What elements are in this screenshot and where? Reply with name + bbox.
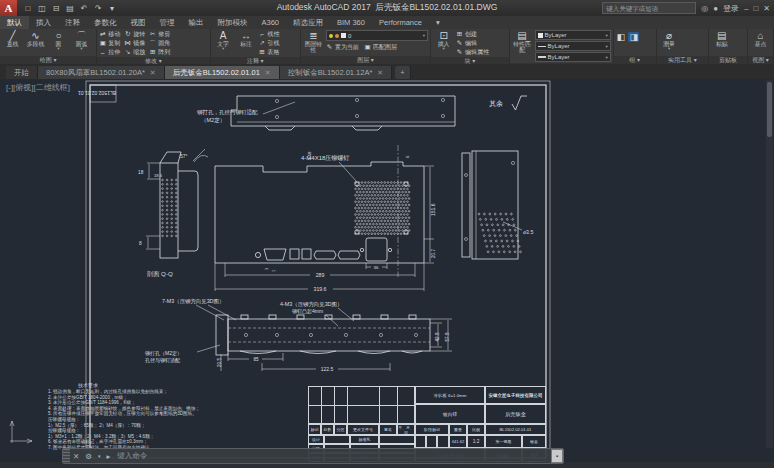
layer-properties-tool[interactable]: ≣ 图层特性 (303, 30, 324, 53)
table-tool[interactable]: ⊞表格 (259, 48, 280, 56)
ribbon-tab-performance[interactable]: Performance (372, 16, 429, 29)
ribbon-tab-view[interactable]: 视图 (124, 16, 153, 29)
measure-tool[interactable]: ⌀ 测量 ▾ (659, 30, 680, 51)
save-icon[interactable]: ⊟ (51, 4, 61, 13)
object-color-select[interactable]: ByLayer▾ (535, 30, 611, 40)
rotate-tool[interactable]: ↻旋转 (124, 30, 145, 38)
command-caret-icon[interactable]: ▾ (98, 453, 101, 459)
move-tool[interactable]: ⇄移动 (99, 30, 120, 38)
edit-icon: ✎ (456, 39, 463, 47)
panel-label-view[interactable]: 视图 ▾ (748, 56, 773, 64)
copy-tool[interactable]: ▣复制 (99, 39, 120, 47)
scrollbar-thumb[interactable] (767, 82, 772, 137)
close-button[interactable]: ✕ (763, 4, 770, 13)
vertical-scrollbar[interactable] (766, 80, 773, 448)
undo-icon[interactable]: ↶ (79, 4, 89, 13)
open-file-icon[interactable]: ◫ (37, 4, 47, 13)
ribbon-tab-row: 默认 插入 注释 参数化 视图 管理 输出 附加模块 A360 精选应用 BIM… (0, 16, 774, 29)
command-prompt[interactable]: 键入命令 (117, 451, 147, 461)
match-properties-icon: ▤ (517, 30, 526, 41)
scale-tool[interactable]: ↘缩放 (124, 48, 145, 56)
new-file-icon[interactable]: □ (23, 4, 33, 13)
search-icon[interactable]: ◎ (701, 4, 708, 13)
rivet-hole-note2: （M2定） (201, 117, 225, 124)
ribbon-tab-parametric[interactable]: 参数化 (87, 16, 124, 29)
stretch-tool[interactable]: ⇔拉伸 (99, 48, 120, 56)
file-tab-rear-shell[interactable]: 后壳钣金BL1502.02.01.01✕ (165, 66, 280, 79)
match-layer-tool[interactable]: ▣匹配图层 (364, 43, 397, 51)
sign-in-button[interactable]: 登录 (723, 3, 739, 14)
panel-block: ⊡ 插入 ▾ ⊞创建 ✎编辑 ✎编辑属性 块 ▾ (431, 29, 509, 64)
mirror-tool[interactable]: ⋈镜像 (124, 39, 145, 47)
leader-tool[interactable]: ↗引线 (259, 39, 280, 47)
ribbon-tab-home[interactable]: 默认 (0, 16, 29, 29)
circle-tool[interactable]: ○ 圆 ▾ (48, 30, 69, 51)
autocad-logo-icon[interactable]: A (0, 0, 17, 16)
panel-label-groups[interactable]: 组 ▾ (614, 56, 656, 64)
layer-select[interactable]: 0 ▾ (326, 30, 428, 41)
create-block-tool[interactable]: ⊞创建 (456, 30, 489, 38)
group-icon[interactable]: ◧ (617, 32, 626, 42)
linetype-select[interactable]: ByLayer▾ (535, 41, 611, 51)
viewport-controls[interactable]: [-][俯视][二维线框] (6, 82, 70, 93)
fillet-icon: ⌒ (149, 39, 156, 48)
match-properties-tool[interactable]: ▤ 特性匹配 (512, 30, 533, 53)
drawing-canvas[interactable]: [-][俯视][二维线框] BL1502.02.01.01 其余 (0, 79, 774, 468)
ribbon-tab-output[interactable]: 输出 (182, 16, 211, 29)
trim-tool[interactable]: ✂修剪 (149, 30, 170, 38)
ribbon-tab-annotate[interactable]: 注释 (58, 16, 87, 29)
weight-label: 重量 (449, 424, 467, 435)
command-endcap[interactable]: ▪ (551, 449, 563, 463)
user-icon[interactable]: ● (713, 4, 718, 13)
text-tool[interactable]: A 文字 ▾ (213, 30, 234, 51)
polyline-tool[interactable]: ∿ 多段线 (25, 30, 46, 47)
maximize-button[interactable]: □ (753, 4, 758, 13)
dim-label: 319.6 (314, 286, 327, 292)
panel-label-layers[interactable]: 图层 ▾ (301, 56, 430, 64)
sheet-number-label: BL1502.02.01.01 (78, 90, 116, 96)
arc-tool[interactable]: ⌒ 圆弧 ▾ (71, 30, 92, 51)
paste-tool[interactable]: ▤ 粘贴 (711, 30, 732, 47)
line-tool[interactable]: ╱ 直线 (2, 30, 23, 47)
close-tab-icon[interactable]: ✕ (150, 66, 156, 79)
close-tab-icon[interactable]: ✕ (265, 66, 271, 79)
ribbon-options-icon[interactable]: ▾ (429, 16, 447, 29)
ribbon-tab-addins[interactable]: 附加模块 (211, 16, 255, 29)
base-point-tool[interactable]: ⌂ 基点 (750, 30, 771, 47)
qat-dropdown-icon[interactable]: ▾ (107, 4, 117, 13)
dim-label: 6 (405, 155, 410, 158)
close-tab-icon[interactable]: ✕ (377, 66, 383, 79)
ribbon-tab-bim360[interactable]: BIM 360 (330, 16, 372, 29)
plot-icon[interactable]: ▤ (65, 4, 75, 13)
command-grip[interactable] (63, 449, 70, 463)
array-tool[interactable]: ⊞阵列 (149, 48, 170, 56)
linear-dim-tool[interactable]: ⌐线性 (259, 30, 280, 38)
ungroup-icon[interactable]: ◨ (628, 32, 639, 42)
file-tab-control-sheet[interactable]: 控制钣金BL1502.01.12A*✕ (280, 66, 393, 79)
command-close-icon[interactable]: ✕ (73, 452, 79, 461)
new-tab-button[interactable]: + (395, 66, 410, 79)
panel-label-draw[interactable]: 绘图 ▾ (0, 56, 96, 64)
file-tab-start[interactable]: 开始 (6, 66, 38, 79)
command-customize-icon[interactable]: ⚙ (85, 452, 92, 461)
scale-icon: ↘ (124, 48, 131, 56)
lineweight-select[interactable]: ByLayer▾ (535, 52, 611, 62)
file-tab-fan-cover[interactable]: 80X80风扇罩BL1502.01.20A*✕ (38, 66, 165, 79)
surface-finish-label: 其余 (489, 100, 503, 108)
ribbon-tab-insert[interactable]: 插入 (29, 16, 58, 29)
ribbon-tab-featured-apps[interactable]: 精选应用 (286, 16, 330, 29)
redo-icon[interactable]: ↷ (93, 4, 103, 13)
insert-block-tool[interactable]: ⊡ 插入 ▾ (433, 30, 454, 51)
minimize-button[interactable]: – (744, 4, 748, 13)
fillet-tool[interactable]: ⌒圆角 (149, 39, 170, 47)
panel-label-utilities[interactable]: 实用工具 ▾ (657, 56, 709, 64)
edit-attrs-tool[interactable]: ✎编辑属性 (456, 48, 489, 56)
set-current-layer-tool[interactable]: ✎置为当前 (326, 43, 359, 51)
edit-block-tool[interactable]: ✎编辑 (456, 39, 489, 47)
ribbon-tab-a360[interactable]: A360 (255, 16, 287, 29)
dimension-tool[interactable]: ↔ 标注 (236, 30, 257, 47)
search-input[interactable] (602, 2, 696, 14)
ribbon-tab-manage[interactable]: 管理 (153, 16, 182, 29)
panel-label-clipboard[interactable]: 剪贴板 (709, 56, 747, 64)
command-line[interactable]: ✕ ⚙ ▾ ▸ 键入命令 ▪ (62, 448, 564, 464)
